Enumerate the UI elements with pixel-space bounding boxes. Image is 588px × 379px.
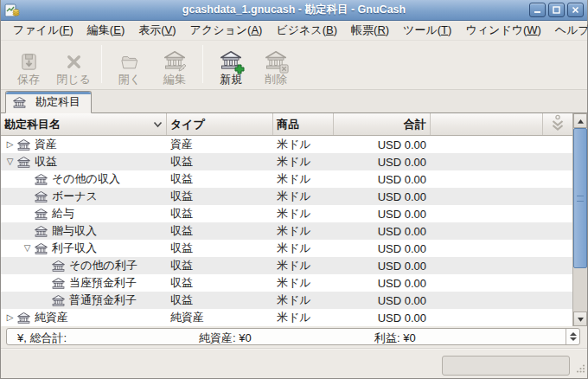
account-row[interactable]: 普通預金利子 収益 米ドル USD 0.00 [1, 292, 572, 309]
account-icon [52, 295, 66, 306]
account-type: 収益 [167, 223, 273, 239]
toolbar-separator [101, 45, 102, 83]
status-bar [1, 348, 587, 378]
account-name-cell: ▽ 収益 [1, 153, 167, 170]
profit-value: 利益: ¥0 [374, 331, 416, 346]
menu-tools[interactable]: ツール(T) [396, 21, 458, 40]
title-bar[interactable]: gcashdata_1.gnucash - 勘定科目 - GnuCash [1, 0, 587, 21]
account-name-cell: ▷ 純資産 [1, 309, 167, 326]
account-name-cell: 普通預金利子 [1, 292, 167, 308]
account-icon [52, 260, 66, 272]
account-type: 収益 [167, 275, 273, 291]
account-name: 資産 [35, 137, 57, 152]
toolbar-button-label: 編集 [163, 74, 186, 86]
scrollbar-thumb[interactable] [573, 128, 587, 268]
menu-business[interactable]: ビジネス(B) [269, 21, 344, 40]
grand-total-label: ¥, 総合計: [17, 331, 67, 346]
account-name-cell: その他の収入 [1, 171, 167, 187]
accounts-tree: 勘定科目名 タイプ 商品 合計 ▷ [1, 113, 572, 326]
vertical-scrollbar[interactable] [572, 113, 587, 326]
stepper-up-icon [570, 332, 577, 336]
toolbar-button-label: 開く [118, 74, 141, 86]
maximize-button[interactable] [548, 3, 565, 17]
close-button[interactable] [567, 3, 584, 17]
menu-file[interactable]: ファイル(F) [6, 21, 80, 40]
toolbar: 保存 閉じる 開く 編集 新規 削除 [1, 41, 587, 90]
menu-actions[interactable]: アクション(A) [183, 21, 270, 40]
tab-accounts[interactable]: 勘定科目 [5, 91, 92, 113]
delete-button: 削除 [253, 43, 298, 86]
account-type: 収益 [167, 171, 273, 187]
menu-reports[interactable]: 帳票(R) [344, 21, 396, 40]
sort-indicator-icon [153, 118, 163, 131]
account-total: USD 0.00 [334, 294, 431, 307]
summary-options-stepper[interactable] [566, 329, 579, 344]
column-header-account-name[interactable]: 勘定科目名 [1, 113, 167, 135]
accounts-tab-label: 勘定科目 [35, 94, 80, 110]
toolbar-button-label: 削除 [265, 74, 287, 86]
account-type: 収益 [167, 189, 273, 204]
new-button[interactable]: 新規 [208, 43, 253, 86]
arrow-up-icon [577, 114, 585, 127]
expander-icon[interactable]: ▽ [20, 240, 35, 257]
close-icon [572, 6, 579, 14]
edit-account-icon [164, 49, 185, 72]
minimize-icon [534, 6, 541, 14]
expander-icon[interactable]: ▽ [3, 153, 17, 170]
account-name-cell: ▽ 利子収入 [1, 240, 167, 257]
account-total: USD 0.00 [334, 173, 431, 186]
account-row[interactable]: ▷ 純資産 純資産 米ドル USD 0.00 [1, 309, 572, 326]
account-row[interactable]: ▷ 資産 資産 米ドル USD 0.00 [1, 136, 572, 153]
scroll-up-button[interactable] [573, 113, 587, 128]
account-total: USD 0.00 [334, 225, 431, 238]
column-chooser-icon [549, 114, 566, 135]
account-row[interactable]: 給与 収益 米ドル USD 0.00 [1, 205, 572, 222]
account-row[interactable]: ▽ 利子収入 収益 米ドル USD 0.00 [1, 240, 572, 257]
account-row[interactable]: 当座預金利子 収益 米ドル USD 0.00 [1, 274, 572, 292]
column-header-commodity[interactable]: 商品 [273, 113, 334, 135]
account-commodity: 米ドル [273, 241, 334, 256]
account-total: USD 0.00 [334, 312, 431, 324]
column-header-type[interactable]: タイプ [167, 113, 273, 135]
scroll-down-button[interactable] [573, 312, 587, 326]
net-assets-value: 純資産: ¥0 [199, 331, 252, 346]
account-icon [52, 278, 66, 289]
menu-view[interactable]: 表示(V) [131, 21, 182, 40]
account-rows: ▷ 資産 資産 米ドル USD 0.00 ▽ 収益 収益 米ドル USD 0.0… [1, 136, 572, 326]
expander-icon[interactable]: ▷ [3, 136, 17, 153]
maximize-icon [553, 6, 560, 14]
progress-bar [442, 356, 570, 376]
account-name-cell: 給与 [1, 206, 167, 222]
account-row[interactable]: その他の利子 収益 米ドル USD 0.00 [1, 257, 572, 274]
accounts-tab-icon [13, 97, 27, 108]
toolbar-button-label: 閉じる [56, 74, 91, 86]
minimize-button[interactable] [529, 3, 546, 17]
column-chooser-button[interactable] [543, 113, 572, 135]
account-total: USD 0.00 [334, 260, 431, 273]
open-icon [119, 49, 140, 72]
column-header-total[interactable]: 合計 [334, 113, 431, 135]
new-account-icon [220, 49, 241, 72]
menu-help[interactable]: ヘルプ(H) [548, 21, 588, 40]
account-row[interactable]: 贈与収入 収益 米ドル USD 0.00 [1, 222, 572, 240]
account-commodity: 米ドル [273, 223, 334, 239]
account-icon [17, 139, 31, 151]
account-total: USD 0.00 [334, 190, 431, 203]
expander-icon[interactable]: ▷ [3, 309, 17, 326]
account-commodity: 米ドル [273, 292, 334, 308]
account-name-cell: その他の利子 [1, 258, 167, 273]
account-row[interactable]: ボーナス 収益 米ドル USD 0.00 [1, 188, 572, 205]
account-row[interactable]: ▽ 収益 収益 米ドル USD 0.00 [1, 153, 572, 170]
account-type: 収益 [167, 258, 273, 273]
menu-edit[interactable]: 編集(E) [80, 21, 131, 40]
account-row[interactable]: その他の収入 収益 米ドル USD 0.00 [1, 170, 572, 188]
toolbar-button-label: 保存 [17, 74, 40, 86]
resize-grip-icon[interactable] [575, 363, 585, 376]
account-name-cell: 当座預金利子 [1, 275, 167, 291]
account-name: 贈与収入 [52, 223, 97, 239]
close-button: 閉じる [51, 43, 96, 86]
account-type: 資産 [167, 137, 273, 152]
scrollbar-track[interactable] [573, 128, 587, 312]
account-commodity: 米ドル [273, 258, 334, 273]
menu-windows[interactable]: ウィンドウ(W) [458, 21, 547, 40]
